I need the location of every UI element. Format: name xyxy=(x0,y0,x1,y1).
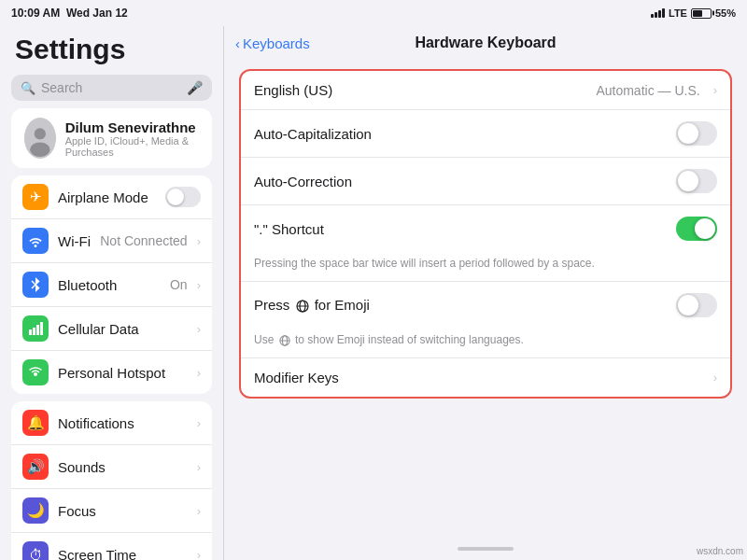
language-chevron-icon: › xyxy=(713,83,717,97)
modifier-keys-row[interactable]: Modifier Keys › xyxy=(241,358,730,397)
status-icons: LTE 55% xyxy=(651,7,736,19)
nav-bar: ‹ Keyboards Hardware Keyboard xyxy=(224,26,747,62)
notifications-icon: 🔔 xyxy=(22,410,49,436)
auto-correction-row[interactable]: Auto-Correction xyxy=(241,158,730,205)
watermark: wsxdn.com xyxy=(697,546,743,556)
auto-correct-label: Auto-Correction xyxy=(254,174,667,189)
sounds-label: Sounds xyxy=(58,459,188,475)
wifi-chevron-icon: › xyxy=(197,234,201,248)
settings-group-notifications: 🔔 Notifications › 🔊 Sounds › 🌙 Focus › ⏱… xyxy=(11,401,212,560)
sounds-icon: 🔊 xyxy=(22,454,49,480)
period-shortcut-section: "." Shortcut Pressing the space bar twic… xyxy=(241,205,730,282)
scroll-indicator xyxy=(458,547,514,551)
modifier-keys-label: Modifier Keys xyxy=(254,370,704,385)
sidebar-item-cellular[interactable]: Cellular Data › xyxy=(11,307,212,351)
press-globe-row[interactable]: Press for Emoji xyxy=(241,282,730,329)
auto-cap-toggle[interactable] xyxy=(676,121,717,146)
auto-correct-toggle[interactable] xyxy=(676,169,717,193)
bluetooth-icon xyxy=(22,272,49,298)
hotspot-chevron-icon: › xyxy=(197,366,201,380)
search-input[interactable]: Search xyxy=(41,80,181,95)
svg-rect-8 xyxy=(40,322,43,335)
search-bar[interactable]: 🔍 Search 🎤 xyxy=(11,75,212,101)
status-bar: 10:09 AM Wed Jan 12 LTE 55% xyxy=(0,0,747,26)
press-globe-label: Press for Emoji xyxy=(254,297,667,313)
language-label: English (US) xyxy=(254,82,586,98)
user-subtitle: Apple ID, iCloud+, Media & Purchases xyxy=(65,135,199,158)
signal-bars-icon xyxy=(651,8,665,18)
sidebar: Settings 🔍 Search 🎤 Dilum Senevirathne A… xyxy=(0,26,224,560)
battery-icon xyxy=(691,8,712,19)
wifi-value: Not Connected xyxy=(100,233,187,248)
focus-icon: 🌙 xyxy=(22,497,49,524)
svg-point-1 xyxy=(35,128,46,139)
bottom-bar xyxy=(224,539,747,560)
sidebar-item-screentime[interactable]: ⏱ Screen Time › xyxy=(11,533,212,560)
cellular-chevron-icon: › xyxy=(197,322,201,336)
hotspot-label: Personal Hotspot xyxy=(58,365,188,381)
right-panel: ‹ Keyboards Hardware Keyboard English (U… xyxy=(224,26,747,560)
back-chevron-icon: ‹ xyxy=(235,35,240,51)
sidebar-item-focus[interactable]: 🌙 Focus › xyxy=(11,489,212,533)
airplane-label: Airplane Mode xyxy=(58,189,156,205)
cellular-icon xyxy=(22,315,49,342)
airplane-icon: ✈ xyxy=(22,184,49,210)
airplane-toggle[interactable] xyxy=(165,187,201,207)
main-layout: Settings 🔍 Search 🎤 Dilum Senevirathne A… xyxy=(0,26,747,560)
bluetooth-label: Bluetooth xyxy=(58,277,161,293)
screentime-icon: ⏱ xyxy=(22,541,49,560)
screentime-chevron-icon: › xyxy=(197,548,201,561)
content-area: English (US) Automatic — U.S. › Auto-Cap… xyxy=(224,62,747,539)
wifi-icon xyxy=(22,228,49,254)
sidebar-item-sounds[interactable]: 🔊 Sounds › xyxy=(11,445,212,489)
sidebar-item-airplane[interactable]: ✈ Airplane Mode xyxy=(11,175,212,219)
nav-back-button[interactable]: ‹ Keyboards xyxy=(235,35,310,51)
press-globe-section: Press for Emoji Use to show Emoji instea… xyxy=(241,282,730,358)
battery-percent: 55% xyxy=(715,7,736,19)
nav-title: Hardware Keyboard xyxy=(415,35,556,51)
auto-capitalization-row[interactable]: Auto-Capitalization xyxy=(241,110,730,158)
focus-chevron-icon: › xyxy=(197,504,201,518)
user-name: Dilum Senevirathne xyxy=(65,119,199,135)
svg-rect-7 xyxy=(36,325,39,335)
search-icon: 🔍 xyxy=(21,81,35,95)
press-globe-toggle[interactable] xyxy=(676,293,717,317)
svg-point-2 xyxy=(30,143,49,157)
modifier-keys-chevron-icon: › xyxy=(713,371,717,385)
period-shortcut-label: "." Shortcut xyxy=(254,221,667,237)
press-globe-hint: Use to show Emoji instead of switching l… xyxy=(241,329,730,357)
avatar xyxy=(24,118,56,159)
cellular-label: Cellular Data xyxy=(58,321,188,337)
settings-group-connectivity: ✈ Airplane Mode Wi-Fi Not Connected › Bl… xyxy=(11,175,212,394)
lte-label: LTE xyxy=(669,7,687,19)
screentime-label: Screen Time xyxy=(58,547,188,561)
bluetooth-value: On xyxy=(170,277,188,292)
language-value: Automatic — U.S. xyxy=(596,83,699,98)
sidebar-item-hotspot[interactable]: Personal Hotspot › xyxy=(11,351,212,394)
svg-point-9 xyxy=(34,372,37,376)
sidebar-item-bluetooth[interactable]: Bluetooth On › xyxy=(11,263,212,307)
status-time: 10:09 AM Wed Jan 12 xyxy=(11,7,128,20)
svg-rect-5 xyxy=(29,329,32,335)
hotspot-icon xyxy=(22,359,49,385)
auto-cap-label: Auto-Capitalization xyxy=(254,126,667,142)
user-info: Dilum Senevirathne Apple ID, iCloud+, Me… xyxy=(65,119,199,158)
bluetooth-chevron-icon: › xyxy=(197,278,201,292)
period-shortcut-hint: Pressing the space bar twice will insert… xyxy=(241,252,730,281)
sidebar-item-wifi[interactable]: Wi-Fi Not Connected › xyxy=(11,219,212,263)
wifi-label: Wi-Fi xyxy=(58,233,91,249)
user-profile[interactable]: Dilum Senevirathne Apple ID, iCloud+, Me… xyxy=(11,108,212,168)
sounds-chevron-icon: › xyxy=(197,460,201,474)
notifications-label: Notifications xyxy=(58,415,188,431)
mic-icon[interactable]: 🎤 xyxy=(187,80,203,95)
sidebar-item-notifications[interactable]: 🔔 Notifications › xyxy=(11,401,212,445)
language-row[interactable]: English (US) Automatic — U.S. › xyxy=(241,71,730,110)
hardware-keyboard-section: English (US) Automatic — U.S. › Auto-Cap… xyxy=(239,69,732,399)
period-shortcut-toggle[interactable] xyxy=(676,217,717,241)
svg-rect-6 xyxy=(33,328,35,335)
notifications-chevron-icon: › xyxy=(197,416,201,430)
sidebar-title: Settings xyxy=(0,26,223,71)
period-shortcut-row[interactable]: "." Shortcut xyxy=(241,205,730,252)
focus-label: Focus xyxy=(58,503,188,519)
nav-back-label: Keyboards xyxy=(243,35,310,51)
